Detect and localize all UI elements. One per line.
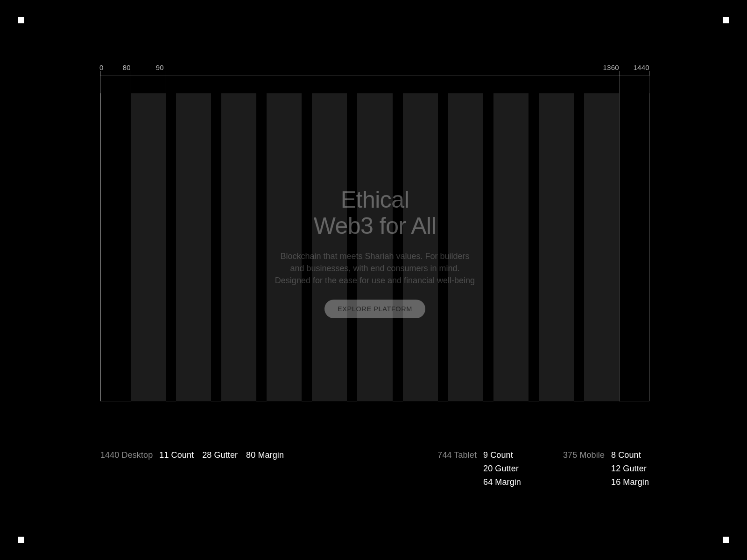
- ruler-tick: [131, 71, 131, 76]
- grid-column: [539, 93, 574, 401]
- spec-margin: 80 Margin: [246, 450, 284, 487]
- spec-values: 8 Count 12 Gutter 16 Margin: [611, 450, 649, 487]
- ruler-label: 80: [123, 63, 131, 71]
- hero-title-line: Ethical: [341, 187, 409, 213]
- ruler-label: 1360: [603, 63, 619, 71]
- spec-mobile: 375 Mobile 8 Count 12 Gutter 16 Margin: [563, 450, 649, 487]
- spec-margin: 64 Margin: [483, 477, 521, 487]
- grid-column: [221, 93, 256, 401]
- spec-device: 375 Mobile: [563, 450, 605, 487]
- spec-margin: 16 Margin: [611, 477, 649, 487]
- explore-platform-button[interactable]: EXPLORE PLATFORM: [324, 300, 425, 318]
- spec-device: 744 Tablet: [437, 450, 477, 487]
- hero-title-line: Web3 for All: [314, 213, 437, 239]
- spec-gutter: 20 Gutter: [483, 464, 521, 474]
- grid-column: [131, 93, 166, 401]
- corner-marker: [723, 17, 729, 23]
- grid-column: [493, 93, 529, 401]
- ruler-tick: [619, 71, 620, 76]
- hero-subtitle: Blockchain that meets Shariah values. Fo…: [272, 250, 478, 287]
- corner-marker: [18, 537, 24, 543]
- spec-tablet: 744 Tablet 9 Count 20 Gutter 64 Margin: [437, 450, 521, 487]
- spec-count: 9 Count: [483, 450, 521, 460]
- hero-title: Ethical Web3 for All: [314, 187, 437, 239]
- ruler-tick: [165, 71, 165, 76]
- spec-count: 8 Count: [611, 450, 649, 460]
- grid-column: [403, 93, 438, 401]
- ruler-label: 90: [156, 63, 164, 71]
- grid-column: [267, 93, 302, 401]
- spec-count: 11 Count: [159, 450, 194, 487]
- column-overlay: [131, 93, 619, 401]
- ruler-label: 1440: [633, 63, 649, 71]
- corner-marker: [18, 17, 24, 23]
- grid-column: [584, 93, 619, 401]
- spec-values: 11 Count 28 Gutter 80 Margin: [159, 450, 284, 487]
- spec-desktop: 1440 Desktop 11 Count 28 Gutter 80 Margi…: [100, 450, 284, 487]
- ruler-tick: [100, 71, 101, 76]
- corner-marker: [723, 537, 729, 543]
- grid-canvas: 0 80 90 1360 1440 Ethical Web3 for All B…: [100, 65, 649, 401]
- ruler-label: 0: [99, 63, 104, 71]
- grid-column: [176, 93, 211, 401]
- grid-column: [312, 93, 347, 401]
- grid-column: [448, 93, 483, 401]
- ruler-tick: [649, 71, 650, 76]
- spec-gutter: 12 Gutter: [611, 464, 649, 474]
- grid-spec-legend: 1440 Desktop 11 Count 28 Gutter 80 Margi…: [100, 450, 649, 487]
- ruler-baseline: [100, 76, 649, 76]
- spec-gutter: 28 Gutter: [202, 450, 238, 487]
- spec-device: 1440 Desktop: [100, 450, 153, 487]
- spec-values: 9 Count 20 Gutter 64 Margin: [483, 450, 521, 487]
- grid-column: [357, 93, 392, 401]
